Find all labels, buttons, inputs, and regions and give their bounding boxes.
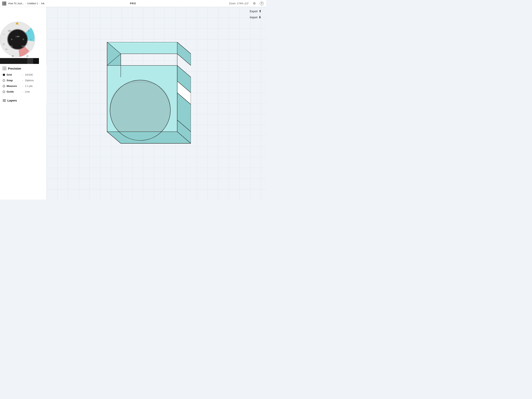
- svg-text:♩: ♩: [27, 48, 29, 51]
- svg-point-31: [23, 39, 24, 40]
- import-icon: ⬇: [259, 15, 261, 19]
- svg-text:←: ←: [2, 32, 6, 36]
- layers-icon: [3, 99, 6, 102]
- zoom-label: Zoom: 174% ∠0°: [229, 2, 249, 5]
- help-button[interactable]: ?: [260, 1, 264, 6]
- svg-text:♪: ♪: [27, 43, 29, 46]
- precision-grid-row[interactable]: Grid › 10/100: [0, 72, 47, 77]
- layers-title: Layers: [7, 99, 17, 102]
- svg-text:120: 120: [8, 30, 11, 32]
- svg-text:0%: 0%: [10, 45, 13, 47]
- export-button[interactable]: Export ⬆: [248, 9, 263, 14]
- topbar: How To Just... › Untitled 1 › Ink PRO Zo…: [0, 0, 266, 7]
- precision-icon: [3, 67, 6, 70]
- measure-sep: ›: [22, 84, 23, 87]
- brush-color-bar[interactable]: [0, 58, 39, 64]
- brush-wheel[interactable]: 1 pts 0% 100% 120 2 1 40 20 ← ✍ ♪ ♩ ↺ ⊳: [0, 14, 37, 61]
- measure-radio[interactable]: [3, 85, 5, 87]
- precision-header: Precision: [0, 65, 47, 72]
- app-grid-icon[interactable]: [2, 1, 6, 6]
- guide-value: Line: [25, 90, 30, 93]
- svg-marker-1: [177, 42, 191, 65]
- svg-text:⊳: ⊳: [6, 48, 8, 51]
- import-button[interactable]: Import ⬇: [248, 15, 263, 20]
- measure-value: 1:1 pts: [25, 84, 32, 87]
- measure-label: Measure: [7, 84, 20, 87]
- svg-rect-46: [0, 58, 27, 64]
- svg-rect-47: [27, 58, 33, 64]
- svg-text:40: 40: [12, 55, 14, 57]
- svg-text:✍: ✍: [16, 22, 19, 25]
- sidebar: 1 pts 0% 100% 120 2 1 40 20 ← ✍ ♪ ♩ ↺ ⊳: [0, 7, 47, 200]
- precision-snap-row[interactable]: Snap › Options: [0, 77, 47, 83]
- pro-badge: PRO: [130, 2, 136, 5]
- canvas-area[interactable]: [47, 7, 266, 200]
- svg-marker-10: [107, 132, 191, 143]
- svg-text:100%: 100%: [21, 45, 26, 47]
- 3d-shape: [82, 42, 191, 147]
- svg-text:↺: ↺: [2, 43, 5, 46]
- svg-text:2: 2: [28, 30, 29, 32]
- svg-text:1: 1: [30, 39, 31, 41]
- breadcrumb-item-3[interactable]: Ink: [41, 2, 44, 5]
- snap-label: Snap: [7, 79, 20, 82]
- svg-point-5: [110, 80, 170, 141]
- settings-button[interactable]: ⚙: [252, 1, 257, 6]
- breadcrumb-sep-1: ›: [25, 2, 26, 5]
- svg-rect-48: [33, 58, 39, 64]
- breadcrumb-item-2[interactable]: Untitled 1: [27, 2, 38, 5]
- precision-measure-row[interactable]: Measure › 1:1 pts: [0, 83, 47, 89]
- snap-value: Options: [25, 79, 34, 82]
- precision-panel: Precision Grid › 10/100 Snap › Options M…: [0, 65, 47, 104]
- svg-point-30: [11, 39, 13, 40]
- precision-title: Precision: [8, 67, 21, 70]
- snap-sep: ›: [22, 79, 23, 82]
- import-label: Import: [250, 16, 258, 19]
- topbar-right: Zoom: 174% ∠0° ⚙ ?: [229, 1, 264, 6]
- guide-sep: ›: [22, 90, 23, 93]
- guide-radio[interactable]: [3, 90, 5, 93]
- export-label: Export: [250, 10, 258, 13]
- snap-radio[interactable]: [3, 79, 5, 82]
- grid-value: 10/100: [25, 73, 33, 76]
- svg-text:1 pts: 1 pts: [16, 35, 19, 37]
- layers-header: Layers: [0, 97, 47, 104]
- grid-label: Grid: [7, 73, 20, 76]
- export-icon: ⬆: [259, 9, 261, 13]
- grid-radio[interactable]: [3, 74, 5, 76]
- action-buttons: Export ⬆ Import ⬇: [248, 9, 263, 20]
- guide-label: Guide: [7, 90, 20, 93]
- svg-text:20: 20: [26, 55, 29, 57]
- breadcrumb-item-1[interactable]: How To Just...: [8, 2, 24, 5]
- precision-guide-row[interactable]: Guide › Line: [0, 89, 47, 95]
- breadcrumb-sep-2: ›: [39, 2, 40, 5]
- grid-sep: ›: [22, 73, 23, 76]
- breadcrumb: How To Just... › Untitled 1 › Ink: [8, 2, 44, 5]
